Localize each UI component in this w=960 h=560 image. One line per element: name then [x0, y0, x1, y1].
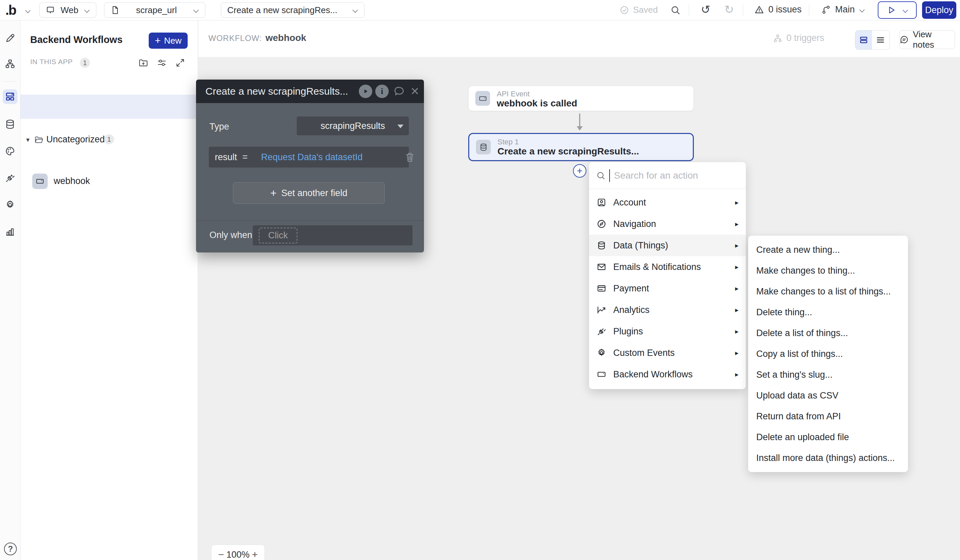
data-tab-icon[interactable]: [3, 117, 18, 131]
submenu-item-install-more-actions[interactable]: Install more data (things) actions...: [748, 448, 908, 468]
design-pencil-icon[interactable]: [3, 31, 18, 46]
category-label: Plugins: [613, 326, 728, 337]
filter-sliders-icon[interactable]: [157, 58, 167, 69]
backend-workflows-tab-icon[interactable]: [3, 89, 18, 104]
account-icon: [597, 197, 606, 208]
action-category-navigation[interactable]: Navigation ▸: [589, 213, 746, 235]
zoom-out-button[interactable]: −: [218, 549, 224, 560]
credit-card-icon: [597, 283, 606, 293]
equals-sign: =: [242, 152, 248, 163]
comment-bubble-icon[interactable]: [393, 85, 406, 98]
action-search-input[interactable]: [613, 170, 725, 181]
set-another-field-button[interactable]: + Set another field: [233, 182, 385, 204]
plugins-plug-icon[interactable]: [3, 171, 18, 185]
close-icon[interactable]: ✕: [408, 85, 422, 98]
submenu-item-set-slug[interactable]: Set a thing's slug...: [748, 364, 908, 385]
pages-sitemap-icon[interactable]: [3, 56, 18, 71]
dialog-title: Create a new scrapingResults...: [205, 86, 348, 97]
event-type-label: API Event: [497, 90, 530, 98]
list-view-button[interactable]: [872, 30, 889, 50]
action-category-backend-workflows[interactable]: Backend Workflows ▸: [589, 363, 746, 385]
only-when-input[interactable]: Click: [253, 225, 413, 245]
info-icon[interactable]: i: [375, 85, 389, 98]
preview-run-button[interactable]: [878, 2, 917, 19]
submenu-arrow-icon: ▸: [735, 349, 738, 357]
folder-label: Uncategorized: [46, 134, 105, 145]
top-toolbar: .b Web scrape_url Create a new scrapingR…: [0, 0, 960, 21]
workflow-item-label: webhook: [54, 176, 90, 186]
help-icon[interactable]: ?: [4, 542, 17, 555]
submenu-item-upload-csv[interactable]: Upload data as CSV: [748, 385, 908, 406]
action-category-payment[interactable]: Payment ▸: [589, 278, 746, 299]
action-search-row[interactable]: [589, 162, 746, 189]
action-category-custom-events[interactable]: Custom Events ▸: [589, 342, 746, 363]
action-category-analytics[interactable]: Analytics ▸: [589, 299, 746, 321]
dialog-body: Type scrapingResults result = Request Da…: [196, 103, 424, 253]
workflow-nav-selector[interactable]: Create a new scrapingRes...: [221, 2, 365, 18]
platform-selector[interactable]: Web: [39, 2, 96, 18]
submenu-item-return-data-api[interactable]: Return data from API: [748, 406, 908, 427]
zoom-in-button[interactable]: +: [252, 549, 258, 560]
submenu-item-copy-list[interactable]: Copy a list of things...: [748, 344, 908, 364]
saved-status: Saved: [620, 5, 658, 15]
action-category-data-things[interactable]: Data (Things) ▸: [589, 235, 746, 256]
issues-indicator[interactable]: 0 issues: [754, 4, 802, 15]
app-menu-chevron-icon[interactable]: [25, 7, 31, 13]
dialog-divider: [196, 221, 424, 221]
plug-icon: [597, 326, 606, 336]
step-node-create-thing[interactable]: Step 1 Create a new scrapingResults...: [468, 133, 694, 161]
click-placeholder[interactable]: Click: [259, 228, 298, 243]
add-folder-icon[interactable]: [138, 58, 148, 69]
redo-icon[interactable]: ↻: [724, 4, 734, 15]
event-node-api-event[interactable]: API Event webhook is called: [468, 86, 694, 111]
field-name: result: [215, 152, 237, 163]
chevron-down-icon: [84, 7, 90, 13]
submenu-item-delete-uploaded-file[interactable]: Delete an uploaded file: [748, 427, 908, 448]
action-category-emails-notifications[interactable]: Emails & Notifications ▸: [589, 256, 746, 278]
submenu-item-create-new-thing[interactable]: Create a new thing...: [748, 239, 908, 260]
bubble-logo[interactable]: .b: [5, 3, 16, 18]
branch-icon: [821, 5, 831, 15]
action-category-plugins[interactable]: Plugins ▸: [589, 321, 746, 342]
undo-icon[interactable]: ↺: [701, 4, 710, 15]
category-label: Account: [613, 197, 728, 208]
folder-row-uncategorized[interactable]: ▾ Uncategorized 1: [20, 77, 198, 91]
workflow-name[interactable]: webhook: [266, 32, 306, 43]
submenu-arrow-icon: ▸: [735, 263, 738, 271]
branch-selector[interactable]: Main: [821, 4, 865, 15]
view-notes-button[interactable]: View notes: [899, 30, 955, 49]
expand-panel-icon[interactable]: [175, 58, 185, 69]
compass-icon: [597, 219, 606, 229]
add-step-button[interactable]: +: [573, 164, 586, 178]
chevron-down-icon: [902, 7, 908, 13]
submenu-item-delete-list[interactable]: Delete a list of things...: [748, 323, 908, 344]
logs-chart-icon[interactable]: [3, 224, 18, 239]
styles-palette-icon[interactable]: [3, 144, 18, 158]
field-value-expression[interactable]: Request Data's datasetId: [261, 152, 363, 163]
search-icon[interactable]: [670, 5, 681, 17]
deploy-button[interactable]: Deploy: [922, 2, 956, 19]
folder-count-badge: 1: [104, 134, 114, 144]
type-dropdown[interactable]: scrapingResults: [297, 117, 409, 135]
saved-label: Saved: [633, 5, 658, 15]
workflow-list-item-webhook[interactable]: webhook: [20, 95, 198, 119]
caret-down-icon[interactable]: ▾: [26, 136, 30, 144]
only-when-label: Only when: [210, 230, 253, 240]
page-selector[interactable]: scrape_url: [104, 2, 205, 18]
dialog-header[interactable]: Create a new scrapingResults... i ✕: [196, 80, 424, 103]
submenu-item-make-changes-to-thing[interactable]: Make changes to thing...: [748, 260, 908, 281]
toolbar-divider: [689, 5, 689, 16]
run-step-icon[interactable]: [359, 85, 372, 98]
new-workflow-button[interactable]: + New: [149, 32, 188, 49]
cards-view-icon: [859, 35, 868, 45]
folder-icon: [34, 135, 44, 146]
submenu-item-delete-thing[interactable]: Delete thing...: [748, 302, 908, 323]
field-assignment-row[interactable]: result = Request Data's datasetId: [209, 147, 409, 168]
cards-view-button[interactable]: [855, 30, 872, 50]
delete-field-trash-icon[interactable]: [404, 151, 416, 164]
submenu-arrow-icon: ▸: [735, 242, 738, 250]
action-category-account[interactable]: Account ▸: [589, 192, 746, 213]
category-label: Analytics: [613, 305, 728, 315]
settings-gear-icon[interactable]: [3, 197, 18, 212]
submenu-item-make-changes-to-list[interactable]: Make changes to a list of things...: [748, 281, 908, 302]
